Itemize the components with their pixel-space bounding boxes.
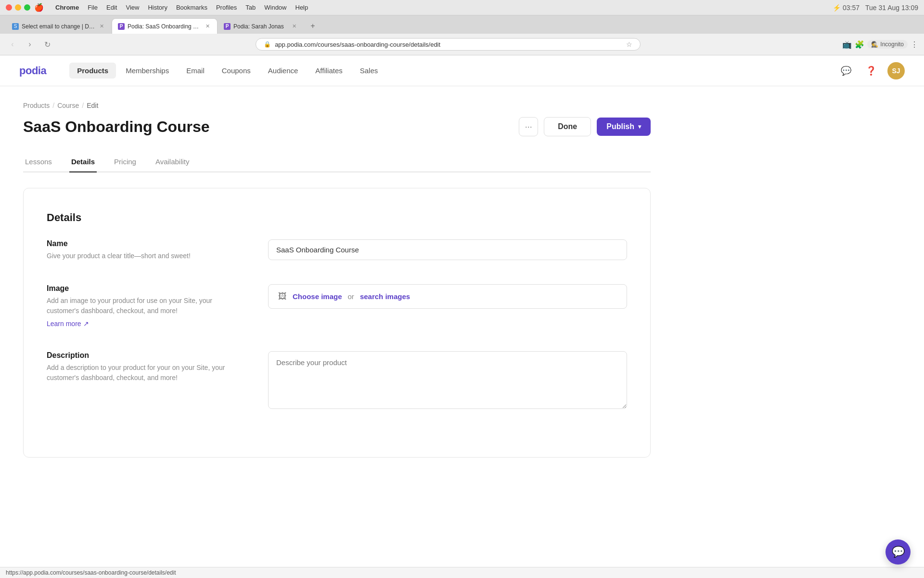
tab-availability[interactable]: Availability <box>154 152 192 172</box>
nav-sales[interactable]: Sales <box>352 63 386 79</box>
help-nav-icon[interactable]: ❓ <box>862 62 880 79</box>
chat-nav-icon[interactable]: 💬 <box>837 62 855 79</box>
more-options-button[interactable]: ··· <box>519 117 538 136</box>
incognito-icon: 🕵 <box>871 41 878 48</box>
traffic-lights[interactable] <box>6 4 30 11</box>
browser-chrome: S Select email to change | Djang... ✕ P … <box>0 15 924 55</box>
image-upload-icon: 🖼 <box>278 291 287 302</box>
menu-file[interactable]: File <box>84 3 102 12</box>
app-logo[interactable]: podia <box>19 65 46 77</box>
page-header: SaaS Onboarding Course ··· Done Publish … <box>23 117 651 136</box>
bookmark-icon: ☆ <box>626 40 632 48</box>
lock-icon: 🔒 <box>264 41 271 48</box>
nav-audience[interactable]: Audience <box>260 63 306 79</box>
image-description: Add an image to your product for use on … <box>47 296 230 316</box>
menu-help[interactable]: Help <box>292 3 312 12</box>
logo-text: podia <box>19 65 46 77</box>
name-field-left: Name Give your product a clear title—sho… <box>47 239 230 261</box>
learn-more-text: Learn more <box>47 320 81 328</box>
user-avatar[interactable]: SJ <box>887 62 905 79</box>
page-actions: ··· Done Publish ▾ <box>519 117 651 136</box>
address-bar-icons: ☆ <box>626 40 632 48</box>
tab-close-1[interactable]: ✕ <box>98 23 105 30</box>
menu-chrome[interactable]: Chrome <box>51 3 83 12</box>
close-window-button[interactable] <box>6 4 12 11</box>
menu-bar: Chrome File Edit View History Bookmarks … <box>51 3 312 12</box>
status-url: https://app.podia.com/courses/saas-onboa… <box>6 569 176 576</box>
chat-widget-icon: 💬 <box>892 546 905 558</box>
menu-history[interactable]: History <box>144 3 171 12</box>
description-field: Description Add a description to your pr… <box>47 351 627 411</box>
tab-favicon-3: P <box>224 23 231 30</box>
menu-edit[interactable]: Edit <box>103 3 121 12</box>
nav-memberships[interactable]: Memberships <box>118 63 177 79</box>
title-bar: 🍎 Chrome File Edit View History Bookmark… <box>0 0 924 15</box>
details-section-title: Details <box>47 211 627 224</box>
battery-icon: ⚡ 03:57 <box>833 4 860 12</box>
publish-button[interactable]: Publish ▾ <box>597 118 651 136</box>
page-content: Products / Course / Edit SaaS Onboarding… <box>0 86 674 473</box>
learn-more-link[interactable]: Learn more ↗ <box>47 320 89 328</box>
menu-view[interactable]: View <box>122 3 143 12</box>
choose-image-button[interactable]: 🖼 Choose image or search images <box>268 284 627 309</box>
tab-title-3: Podia: Sarah Jonas <box>233 23 287 30</box>
tab-favicon-2: P <box>118 23 125 30</box>
nav-right: 💬 ❓ SJ <box>837 62 905 79</box>
menu-bookmarks[interactable]: Bookmarks <box>172 3 211 12</box>
nav-products[interactable]: Products <box>69 63 116 79</box>
search-images-text[interactable]: search images <box>360 292 410 301</box>
menu-window[interactable]: Window <box>260 3 290 12</box>
image-field: Image Add an image to your product for u… <box>47 284 627 328</box>
breadcrumb-sep-1: / <box>52 102 54 109</box>
new-tab-button[interactable]: + <box>306 19 320 33</box>
nav-email[interactable]: Email <box>179 63 212 79</box>
name-input[interactable] <box>268 239 627 260</box>
nav-affiliates[interactable]: Affiliates <box>308 63 350 79</box>
chat-widget-button[interactable]: 💬 <box>886 539 911 565</box>
image-or-text: or <box>348 292 354 301</box>
nav-coupons[interactable]: Coupons <box>214 63 258 79</box>
browser-tab-3[interactable]: P Podia: Sarah Jonas ✕ <box>218 18 304 34</box>
tabs-bar: S Select email to change | Djang... ✕ P … <box>0 15 924 34</box>
choose-image-text[interactable]: Choose image <box>293 292 342 301</box>
description-help-text: Add a description to your product for yo… <box>47 363 230 383</box>
tab-details[interactable]: Details <box>69 152 97 172</box>
nav-links: Products Memberships Email Coupons Audie… <box>69 63 837 79</box>
breadcrumb-products[interactable]: Products <box>23 102 50 109</box>
app-nav: podia Products Memberships Email Coupons… <box>0 55 924 86</box>
forward-button[interactable]: › <box>23 38 37 51</box>
description-field-right <box>268 351 627 411</box>
menu-tab[interactable]: Tab <box>242 3 259 12</box>
back-button[interactable]: ‹ <box>6 38 19 51</box>
title-bar-icons: ⚡ 03:57 Tue 31 Aug 13:09 <box>833 4 918 12</box>
maximize-window-button[interactable] <box>24 4 30 11</box>
name-field: Name Give your product a clear title—sho… <box>47 239 627 261</box>
breadcrumb-course[interactable]: Course <box>57 102 79 109</box>
cast-icon[interactable]: 📺 <box>842 40 852 49</box>
menu-dots-icon[interactable]: ⋮ <box>911 40 918 49</box>
extension-icon[interactable]: 🧩 <box>855 40 864 49</box>
minimize-window-button[interactable] <box>15 4 21 11</box>
tab-pricing[interactable]: Pricing <box>112 152 138 172</box>
browser-tab-1[interactable]: S Select email to change | Djang... ✕ <box>6 18 112 34</box>
details-card: Details Name Give your product a clear t… <box>23 188 651 458</box>
incognito-label: Incognito <box>880 41 904 48</box>
tab-close-3[interactable]: ✕ <box>290 23 298 30</box>
done-button[interactable]: Done <box>544 117 591 136</box>
publish-label: Publish <box>606 122 634 131</box>
url-text: app.podia.com/courses/saas-onboarding-co… <box>275 41 622 48</box>
tab-lessons[interactable]: Lessons <box>23 152 54 172</box>
address-bar[interactable]: 🔒 app.podia.com/courses/saas-onboarding-… <box>256 38 641 51</box>
menu-profiles[interactable]: Profiles <box>212 3 241 12</box>
tab-title-2: Podia: SaaS Onboarding Cours... <box>128 23 201 30</box>
tab-close-2[interactable]: ✕ <box>204 23 211 30</box>
description-textarea[interactable] <box>268 351 627 409</box>
breadcrumb-sep-2: / <box>82 102 84 109</box>
image-field-left: Image Add an image to your product for u… <box>47 284 230 328</box>
browser-tab-2[interactable]: P Podia: SaaS Onboarding Cours... ✕ <box>112 18 218 34</box>
page-title: SaaS Onboarding Course <box>23 118 519 136</box>
apple-menu-icon[interactable]: 🍎 <box>34 3 44 12</box>
time-display: Tue 31 Aug 13:09 <box>865 4 918 12</box>
refresh-button[interactable]: ↻ <box>40 38 54 51</box>
incognito-badge: 🕵 Incognito <box>867 40 908 49</box>
